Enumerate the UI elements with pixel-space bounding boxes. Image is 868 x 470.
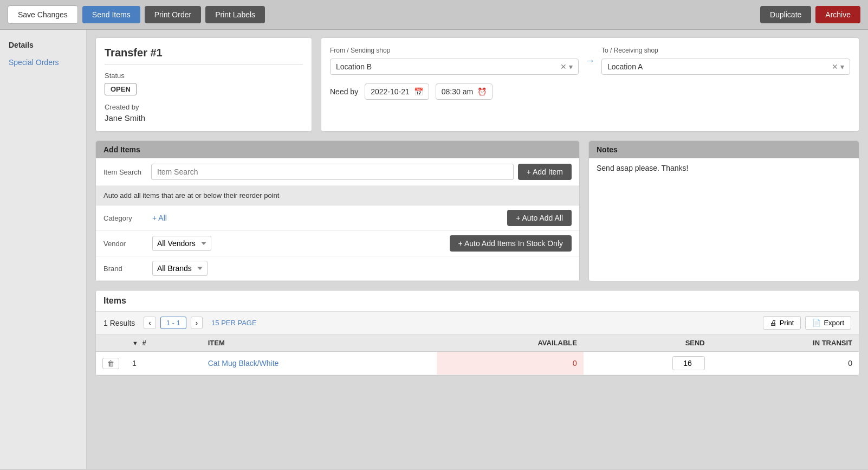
transfer-card: Transfer #1 Status OPEN Created by Jane …: [95, 37, 312, 132]
toolbar: Save Changes Send Items Print Order Prin…: [0, 0, 868, 30]
per-page-link[interactable]: 15 PER PAGE: [211, 319, 257, 327]
brand-select[interactable]: All Brands: [152, 261, 208, 276]
delete-cell: 🗑: [96, 352, 126, 375]
send-items-button[interactable]: Send Items: [82, 6, 140, 23]
col-available-header: AVAILABLE: [437, 334, 584, 352]
export-icon: 📄: [812, 319, 821, 327]
shop-card: From / Sending shop Location B ✕ ▾ → To …: [321, 37, 859, 132]
status-badge: OPEN: [105, 83, 137, 95]
to-shop-col: To / Receiving shop Location A ✕ ▾: [601, 47, 850, 75]
from-shop-col: From / Sending shop Location B ✕ ▾: [330, 47, 579, 75]
print-button[interactable]: 🖨 Print: [763, 316, 801, 330]
items-title: Items: [96, 291, 859, 312]
row-num: 1: [126, 352, 202, 375]
delete-row-button[interactable]: 🗑: [102, 358, 119, 369]
to-shop-value: Location A: [607, 62, 832, 71]
created-by-name: Jane Smith: [105, 113, 303, 123]
pagination-row: 1 Results ‹ 1 - 1 › 15 PER PAGE 🖨 Print …: [96, 312, 859, 334]
shop-row: From / Sending shop Location B ✕ ▾ → To …: [330, 47, 850, 75]
print-labels-button[interactable]: Print Labels: [205, 6, 265, 23]
toolbar-right-actions: Duplicate Archive: [760, 6, 860, 23]
vendor-label: Vendor: [103, 240, 147, 248]
top-row: Transfer #1 Status OPEN Created by Jane …: [95, 37, 859, 132]
col-delete: [96, 334, 126, 352]
auto-add-banner: Auto add all items that are at or below …: [96, 186, 579, 205]
brand-label: Brand: [103, 265, 147, 273]
category-label: Category: [103, 214, 147, 222]
table-row: 🗑 1 Cat Mug Black/White 0 0: [96, 352, 859, 375]
main-content: Transfer #1 Status OPEN Created by Jane …: [87, 30, 868, 469]
status-label: Status: [105, 72, 303, 80]
add-notes-row: Add Items Item Search + Add Item Auto ad…: [95, 140, 859, 281]
item-link[interactable]: Cat Mug Black/White: [208, 359, 279, 368]
row-available: 0: [437, 352, 584, 375]
need-by-time-input[interactable]: 08:30 am ⏰: [436, 83, 493, 100]
results-count: 1 Results: [103, 319, 135, 327]
sort-arrow-icon: ▼: [132, 340, 138, 346]
category-filter-row: Category + All + Auto Add All: [96, 205, 579, 231]
from-shop-select[interactable]: Location B ✕ ▾: [330, 59, 579, 75]
main-layout: Details Special Orders Transfer #1 Statu…: [0, 30, 868, 469]
col-num-header: ▼ #: [126, 334, 202, 352]
items-table: ▼ # ITEM AVAILABLE SEND IN TRANSIT 🗑 1 C…: [96, 334, 859, 375]
sidebar-item-details: Details: [0, 36, 86, 54]
sidebar-item-special-orders[interactable]: Special Orders: [0, 54, 86, 71]
prev-page-button[interactable]: ‹: [144, 317, 156, 329]
to-shop-select[interactable]: Location A ✕ ▾: [601, 59, 850, 75]
col-send-header: SEND: [584, 334, 711, 352]
item-search-row: Item Search + Add Item: [96, 158, 579, 186]
next-page-button[interactable]: ›: [191, 317, 203, 329]
need-by-time-value: 08:30 am: [442, 87, 473, 96]
vendor-select[interactable]: All Vendors: [152, 236, 211, 251]
col-item-header: ITEM: [202, 334, 437, 352]
export-label: Export: [824, 319, 844, 327]
table-header-row: ▼ # ITEM AVAILABLE SEND IN TRANSIT: [96, 334, 859, 352]
page-display: 1 - 1: [160, 317, 186, 329]
add-items-header: Add Items: [96, 141, 579, 158]
created-by-label: Created by: [105, 103, 303, 111]
transfer-title: Transfer #1: [105, 47, 303, 65]
duplicate-button[interactable]: Duplicate: [760, 6, 811, 23]
vendor-filter-row: Vendor All Vendors + Auto Add Items In S…: [96, 231, 579, 256]
to-shop-clear-icon[interactable]: ✕ ▾: [832, 62, 844, 71]
from-shop-label: From / Sending shop: [330, 47, 579, 54]
need-by-date-input[interactable]: 2022-10-21 📅: [365, 83, 429, 100]
auto-add-all-button[interactable]: + Auto Add All: [507, 210, 572, 226]
to-shop-label: To / Receiving shop: [601, 47, 850, 54]
row-send: [584, 352, 711, 375]
print-label: Print: [780, 319, 794, 327]
row-item-name: Cat Mug Black/White: [202, 352, 437, 375]
transfer-direction-icon: →: [585, 55, 595, 67]
printer-icon: 🖨: [770, 319, 777, 327]
add-items-card: Add Items Item Search + Add Item Auto ad…: [95, 140, 580, 281]
auto-add-stock-button[interactable]: + Auto Add Items In Stock Only: [450, 235, 572, 252]
print-order-button[interactable]: Print Order: [145, 6, 201, 23]
notes-header: Notes: [589, 141, 859, 158]
archive-button[interactable]: Archive: [815, 6, 860, 23]
calendar-icon[interactable]: 📅: [414, 87, 423, 96]
row-in-transit: 0: [711, 352, 859, 375]
send-input[interactable]: [672, 356, 705, 370]
need-by-label: Need by: [330, 87, 358, 96]
items-section: Items 1 Results ‹ 1 - 1 › 15 PER PAGE 🖨 …: [95, 290, 859, 376]
notes-card: Notes Send asap please. Thanks!: [588, 140, 859, 281]
category-value[interactable]: + All: [152, 214, 167, 222]
export-button[interactable]: 📄 Export: [805, 316, 851, 330]
item-search-label: Item Search: [103, 168, 147, 176]
pagination-right: 🖨 Print 📄 Export: [763, 316, 851, 330]
from-shop-clear-icon[interactable]: ✕ ▾: [560, 62, 573, 71]
clock-icon[interactable]: ⏰: [477, 87, 487, 96]
add-item-button[interactable]: + Add Item: [518, 164, 572, 180]
sidebar: Details Special Orders: [0, 30, 87, 469]
col-in-transit-header: IN TRANSIT: [711, 334, 859, 352]
notes-content: Send asap please. Thanks!: [589, 158, 859, 256]
brand-filter-row: Brand All Brands: [96, 256, 579, 281]
save-changes-button[interactable]: Save Changes: [8, 5, 78, 24]
item-search-input[interactable]: [151, 164, 514, 180]
from-shop-value: Location B: [336, 62, 560, 71]
need-by-date-value: 2022-10-21: [371, 87, 410, 96]
need-by-row: Need by 2022-10-21 📅 08:30 am ⏰: [330, 83, 850, 100]
